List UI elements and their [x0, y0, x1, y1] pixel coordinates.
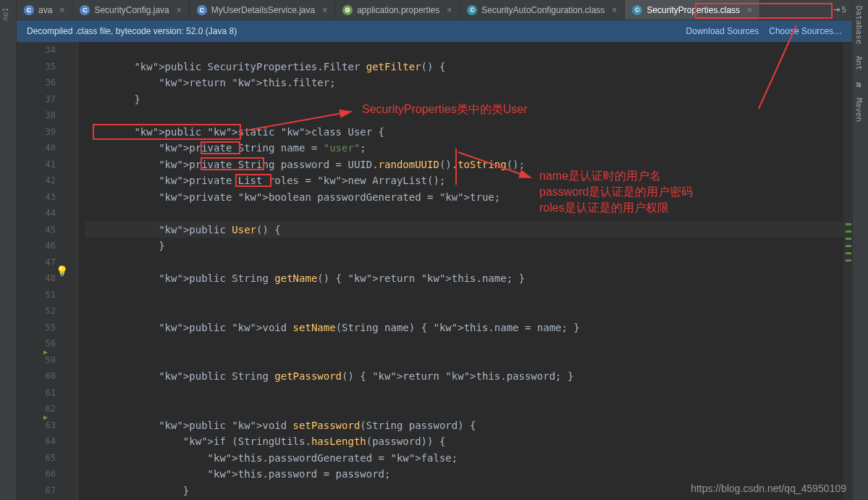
line-number: 63 — [17, 417, 56, 434]
code-line[interactable]: "kw">private List roles = "kw">new Array… — [85, 172, 852, 189]
tab-label: SecurityConfig.java — [94, 5, 169, 15]
code-line[interactable]: "kw">private String name = "user"; — [85, 140, 852, 157]
code-line[interactable]: "kw">this.password = password; — [85, 466, 852, 483]
tab-ava[interactable]: Cava× — [17, 0, 72, 20]
line-number: 64 — [17, 433, 56, 450]
close-icon[interactable]: × — [612, 5, 617, 15]
tool-maven[interactable]: Maven — [853, 92, 865, 128]
line-numbers-gutter: 3435363738394041424344454647485152555659… — [17, 42, 78, 500]
editor-tabs: Cava×CSecurityConfig.java×CMyUserDetails… — [17, 0, 852, 20]
tab-label: MyUserDetailsService.java — [211, 5, 315, 15]
code-line[interactable] — [85, 107, 852, 124]
line-number: 42 — [17, 172, 56, 189]
right-tool-strip: Database Ant m Maven — [852, 0, 868, 500]
code-line[interactable]: "kw">public "kw">static "kw">class User … — [85, 124, 852, 141]
code-line[interactable] — [85, 401, 852, 417]
code-line[interactable]: } — [85, 91, 852, 108]
line-number: 66 — [17, 466, 56, 483]
code-line[interactable]: "kw">public String getPassword() { "kw">… — [85, 368, 852, 385]
tab-label: SecurityProperties.class — [646, 5, 740, 15]
line-number: 67 — [17, 483, 56, 499]
code-line[interactable]: "kw">private String password = UUID.rand… — [85, 157, 852, 173]
code-line[interactable] — [85, 42, 852, 59]
left-tool-strip: no1 — [0, 0, 17, 500]
line-number: 34 — [17, 42, 56, 59]
line-number: 36 — [17, 75, 56, 91]
line-number: 55 — [17, 320, 56, 336]
file-icon: C — [24, 5, 34, 15]
tab-securityconfig-java[interactable]: CSecurityConfig.java× — [72, 0, 189, 20]
run-gutter-icon[interactable]: ▶ — [43, 348, 48, 356]
run-gutter-icon[interactable]: ▶ — [43, 413, 48, 421]
code-line[interactable] — [85, 336, 852, 352]
code-line[interactable] — [85, 205, 852, 222]
line-number: 40 — [17, 140, 56, 157]
line-number: 39 — [17, 124, 56, 141]
code-line[interactable]: "kw">public SecurityProperties.Filter ge… — [85, 59, 852, 75]
code-line[interactable]: "kw">return "kw">this.filter; — [85, 75, 852, 91]
tab-label: ava — [38, 5, 52, 15]
line-number: 44 — [17, 205, 56, 222]
line-number: 52 — [17, 303, 56, 320]
file-icon: © — [632, 5, 642, 15]
close-icon[interactable]: × — [59, 5, 64, 15]
line-number: 38 — [17, 107, 56, 124]
tool-ant[interactable]: Ant — [853, 50, 865, 76]
file-icon: © — [467, 5, 477, 15]
tab-overflow[interactable]: ⇥ 5 — [827, 0, 852, 20]
line-number: 61 — [17, 385, 56, 401]
banner-text: Decompiled .class file, bytecode version… — [27, 26, 237, 36]
tab-myuserdetailsservice-java[interactable]: CMyUserDetailsService.java× — [190, 0, 335, 20]
line-number: 43 — [17, 189, 56, 206]
code-line[interactable]: "kw">public User() { — [85, 222, 852, 238]
choose-sources-link[interactable]: Choose Sources… — [769, 26, 842, 36]
code-line[interactable]: } — [85, 238, 852, 254]
line-number: 48 — [17, 270, 56, 287]
watermark: https://blog.csdn.net/qq_45950109 — [691, 483, 846, 494]
close-icon[interactable]: × — [322, 5, 327, 15]
line-number: 45 — [17, 222, 56, 238]
tab-application-properties[interactable]: ⚙application.properties× — [335, 0, 460, 20]
tool-database[interactable]: Database — [853, 0, 865, 50]
line-number: 65 — [17, 450, 56, 467]
code-line[interactable] — [85, 303, 852, 320]
line-number: 37 — [17, 91, 56, 108]
line-number: 59 — [17, 352, 56, 369]
line-number: 60 — [17, 368, 56, 385]
line-number: 47 — [17, 254, 56, 271]
code-line[interactable]: "kw">public "kw">void setPassword(String… — [85, 417, 852, 434]
file-icon: C — [80, 5, 90, 15]
line-number: 46 — [17, 238, 56, 254]
code-line[interactable] — [85, 352, 852, 369]
close-icon[interactable]: × — [447, 5, 452, 15]
line-number: 35 — [17, 59, 56, 75]
code-editor[interactable]: 3435363738394041424344454647485152555659… — [17, 42, 852, 500]
code-line[interactable]: "kw">public "kw">void setName(String nam… — [85, 320, 852, 336]
code-line[interactable] — [85, 385, 852, 401]
close-icon[interactable]: × — [177, 5, 182, 15]
code-area[interactable]: "kw">public SecurityProperties.Filter ge… — [78, 42, 852, 500]
error-stripe[interactable] — [843, 42, 852, 500]
file-icon: ⚙ — [342, 5, 353, 15]
tool-m[interactable]: m — [853, 76, 865, 93]
code-line[interactable]: "kw">public String getName() { "kw">retu… — [85, 270, 852, 287]
decompiled-banner: Decompiled .class file, bytecode version… — [17, 20, 852, 42]
close-icon[interactable]: × — [747, 5, 752, 15]
code-line[interactable]: "kw">if (StringUtils.hasLength(password)… — [85, 433, 852, 450]
line-number: 62 — [17, 401, 56, 417]
tab-securityproperties-class[interactable]: ©SecurityProperties.class× — [625, 0, 760, 20]
tab-securityautoconfiguration-class[interactable]: ©SecurityAutoConfiguration.class× — [460, 0, 625, 20]
code-line[interactable]: "kw">private "kw">boolean passwordGenera… — [85, 189, 852, 206]
intention-bulb-icon[interactable]: 💡 — [56, 265, 68, 277]
line-number: 41 — [17, 157, 56, 173]
left-strip-label: no1 — [1, 7, 9, 20]
file-icon: C — [197, 5, 207, 15]
line-number: 51 — [17, 287, 56, 304]
download-sources-link[interactable]: Download Sources — [686, 26, 759, 36]
code-line[interactable]: "kw">this.passwordGenerated = "kw">false… — [85, 450, 852, 467]
code-line[interactable] — [85, 254, 852, 271]
tab-label: SecurityAutoConfiguration.class — [481, 5, 604, 15]
tab-label: application.properties — [357, 5, 439, 15]
line-number: 56 — [17, 336, 56, 352]
code-line[interactable] — [85, 287, 852, 304]
